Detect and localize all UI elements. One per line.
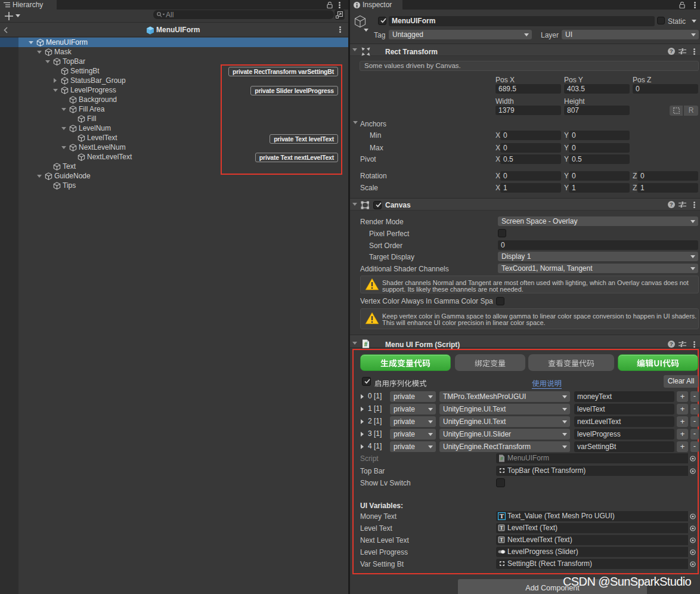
svg-text:?: ? — [670, 201, 673, 208]
svg-text:#: # — [500, 456, 503, 462]
svg-text:T: T — [500, 525, 503, 531]
svg-text:?: ? — [670, 48, 673, 54]
svg-text:#: # — [364, 341, 368, 348]
svg-text:T: T — [500, 537, 503, 543]
svg-text:?: ? — [670, 341, 673, 347]
svg-text:T: T — [500, 513, 504, 519]
